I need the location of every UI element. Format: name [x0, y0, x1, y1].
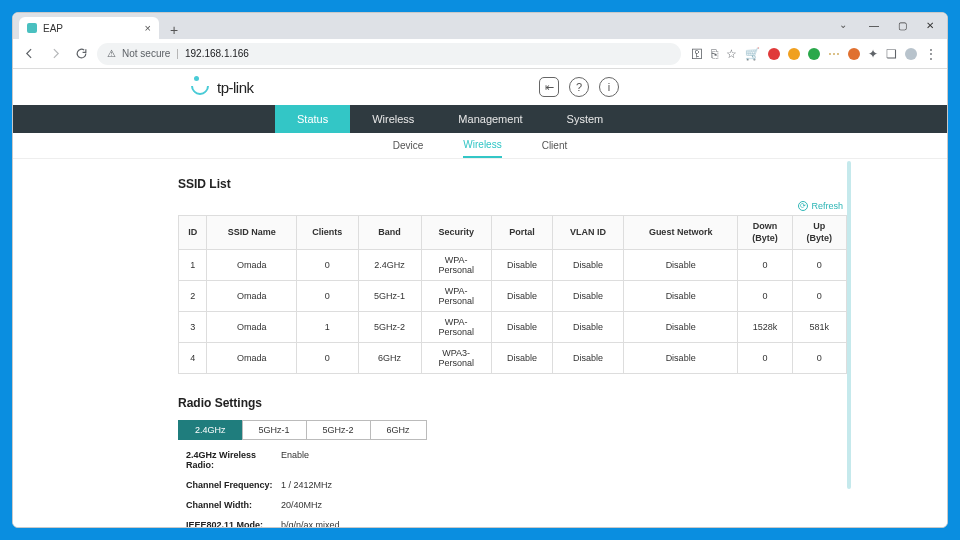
- mainnav-wireless[interactable]: Wireless: [350, 105, 436, 133]
- content-area: SSID List ⟳ Refresh IDSSID NameClientsBa…: [13, 159, 947, 527]
- key-icon[interactable]: ⚿: [691, 47, 703, 61]
- radio-setting-value: Enable: [281, 450, 309, 470]
- ext-d[interactable]: ⋯: [828, 47, 840, 61]
- ext-bookmark[interactable]: ❏: [886, 47, 897, 61]
- ssid-cell: Disable: [491, 250, 552, 281]
- tab-strip: EAP × + ⌄ ― ▢ ✕: [13, 13, 947, 39]
- radio-settings-list: 2.4GHz Wireless Radio:EnableChannel Freq…: [178, 450, 847, 527]
- ssid-cell: Disable: [624, 281, 738, 312]
- ssid-list-title: SSID List: [178, 177, 847, 191]
- ssid-cell: Disable: [491, 343, 552, 374]
- ext-puzzle[interactable]: ✦: [868, 47, 878, 61]
- help-button[interactable]: ?: [569, 77, 589, 97]
- ssid-cell: Disable: [624, 312, 738, 343]
- ssid-cell: 0: [792, 281, 846, 312]
- radio-tab-5ghz2[interactable]: 5GHz-2: [306, 420, 371, 440]
- ssid-row: 1Omada02.4GHzWPA-PersonalDisableDisableD…: [179, 250, 847, 281]
- ssid-cell: 0: [297, 343, 358, 374]
- back-button[interactable]: [19, 44, 39, 64]
- logo-mark-icon: [191, 77, 211, 97]
- omnibox[interactable]: ⚠ Not secure | 192.168.1.166: [97, 43, 681, 65]
- ssid-cell: 2.4GHz: [358, 250, 421, 281]
- browser-window: EAP × + ⌄ ― ▢ ✕ ⚠ Not secure | 192.168.1…: [12, 12, 948, 528]
- page-content: tp-link ⇤ ? i StatusWirelessManagementSy…: [13, 69, 947, 527]
- ssid-cell: 0: [792, 250, 846, 281]
- ssid-cell: 1: [297, 312, 358, 343]
- radio-tab-6ghz[interactable]: 6GHz: [370, 420, 427, 440]
- radio-setting-key: Channel Width:: [186, 500, 281, 510]
- menu[interactable]: ⋮: [925, 47, 937, 61]
- layout-toggle-button[interactable]: ⇤: [539, 77, 559, 97]
- ssid-cell: 3: [179, 312, 207, 343]
- security-warning-icon: ⚠: [107, 48, 116, 59]
- mainnav-system[interactable]: System: [545, 105, 626, 133]
- ssid-cell: 0: [738, 343, 792, 374]
- ssid-cell: Omada: [207, 250, 297, 281]
- brand-bar: tp-link ⇤ ? i: [13, 69, 947, 105]
- ext-c[interactable]: [808, 48, 820, 60]
- ssid-cell: 5GHz-2: [358, 312, 421, 343]
- close-tab-icon[interactable]: ×: [145, 22, 151, 34]
- refresh-link[interactable]: ⟳ Refresh: [798, 201, 843, 211]
- radio-tab-5ghz1[interactable]: 5GHz-1: [242, 420, 307, 440]
- ssid-col: VLAN ID: [553, 216, 624, 250]
- ext-star[interactable]: ☆: [726, 47, 737, 61]
- sub-nav: DeviceWirelessClient: [13, 133, 947, 159]
- window-controls: ― ▢ ✕: [861, 15, 943, 35]
- ext-avatar[interactable]: [905, 48, 917, 60]
- tplink-logo: tp-link: [191, 77, 254, 97]
- ssid-col: Clients: [297, 216, 358, 250]
- ssid-cell: Disable: [624, 250, 738, 281]
- subnav-client[interactable]: Client: [542, 133, 568, 158]
- extension-icons: ⚿⎘☆🛒⋯✦❏⋮: [687, 47, 941, 61]
- ssid-cell: WPA-Personal: [421, 312, 491, 343]
- tabs-chevron-icon[interactable]: ⌄: [839, 19, 847, 30]
- ssid-cell: Omada: [207, 343, 297, 374]
- url-text: 192.168.1.166: [185, 48, 249, 59]
- maximize-button[interactable]: ▢: [889, 15, 915, 35]
- subnav-device[interactable]: Device: [393, 133, 424, 158]
- favicon: [27, 23, 37, 33]
- ext-e[interactable]: [848, 48, 860, 60]
- ssid-col: Guest Network: [624, 216, 738, 250]
- ssid-cell: WPA-Personal: [421, 281, 491, 312]
- ext-a[interactable]: [768, 48, 780, 60]
- mainnav-management[interactable]: Management: [436, 105, 544, 133]
- subnav-wireless[interactable]: Wireless: [463, 133, 501, 158]
- ssid-table: IDSSID NameClientsBandSecurityPortalVLAN…: [178, 215, 847, 374]
- ext-cart[interactable]: 🛒: [745, 47, 760, 61]
- ssid-col: Down(Byte): [738, 216, 792, 250]
- ssid-col: Portal: [491, 216, 552, 250]
- logo-text: tp-link: [217, 79, 254, 96]
- ssid-cell: Disable: [624, 343, 738, 374]
- ext-b[interactable]: [788, 48, 800, 60]
- ssid-row: 2Omada05GHz-1WPA-PersonalDisableDisableD…: [179, 281, 847, 312]
- ssid-cell: 2: [179, 281, 207, 312]
- reload-button[interactable]: [71, 44, 91, 64]
- radio-setting-row: 2.4GHz Wireless Radio:Enable: [186, 450, 847, 470]
- ssid-row: 3Omada15GHz-2WPA-PersonalDisableDisableD…: [179, 312, 847, 343]
- close-window-button[interactable]: ✕: [917, 15, 943, 35]
- forward-button[interactable]: [45, 44, 65, 64]
- radio-setting-key: 2.4GHz Wireless Radio:: [186, 450, 281, 470]
- minimize-button[interactable]: ―: [861, 15, 887, 35]
- ssid-cell: Disable: [491, 281, 552, 312]
- ssid-cell: 0: [297, 250, 358, 281]
- info-button[interactable]: i: [599, 77, 619, 97]
- radio-setting-value: 20/40MHz: [281, 500, 322, 510]
- ssid-cell: Disable: [491, 312, 552, 343]
- radio-tab-24ghz[interactable]: 2.4GHz: [178, 420, 243, 440]
- mainnav-status[interactable]: Status: [275, 105, 350, 133]
- ssid-cell: 0: [738, 281, 792, 312]
- radio-setting-row: Channel Width:20/40MHz: [186, 500, 847, 510]
- ssid-cell: 1528k: [738, 312, 792, 343]
- radio-setting-row: Channel Frequency:1 / 2412MHz: [186, 480, 847, 490]
- ssid-col: ID: [179, 216, 207, 250]
- ssid-cell: WPA-Personal: [421, 250, 491, 281]
- browser-tab[interactable]: EAP ×: [19, 17, 159, 39]
- refresh-label: Refresh: [811, 201, 843, 211]
- ext-translate[interactable]: ⎘: [711, 47, 718, 61]
- new-tab-button[interactable]: +: [165, 21, 183, 39]
- ssid-cell: Disable: [553, 281, 624, 312]
- ssid-cell: 1: [179, 250, 207, 281]
